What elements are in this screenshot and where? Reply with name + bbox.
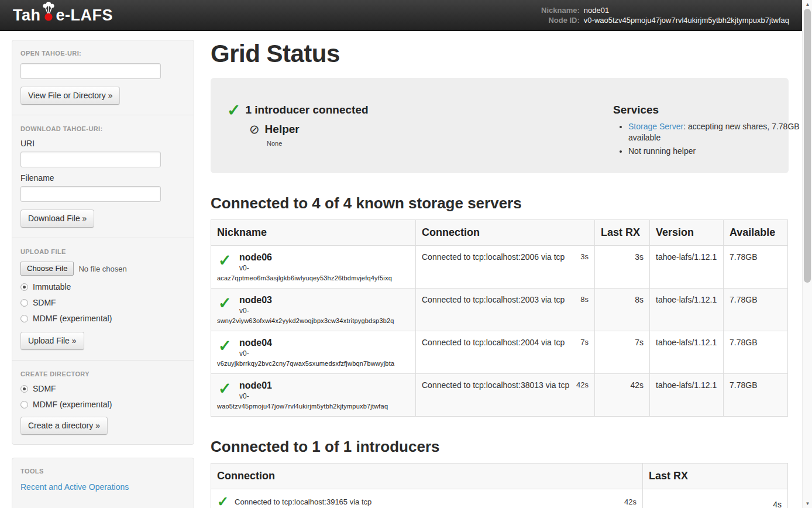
connection-age: 7s — [580, 338, 589, 347]
nickname-value: node01 — [584, 6, 789, 15]
services-block: Services Storage Server: accepting new s… — [613, 104, 806, 173]
radio-sdmf-upload-label: SDMF — [33, 298, 56, 307]
connected-check-icon: ✓ — [217, 496, 229, 507]
col-connection: Connection — [416, 220, 595, 246]
server-id-hash: wao5tzv45pmoju47jow7rvl4ukirjm5ytbh2kjty… — [217, 403, 410, 410]
col-version: Version — [650, 220, 724, 246]
page-title: Grid Status — [211, 40, 789, 68]
connection-age: 42s — [576, 380, 589, 390]
download-filename-input[interactable] — [20, 186, 161, 202]
sidebar: OPEN TAHOE-URI: View File or Directory »… — [12, 40, 194, 508]
introducer-last-rx: 4s — [643, 489, 788, 508]
server-available: 7.78GB — [724, 246, 788, 289]
create-directory-section: CREATE DIRECTORY SDMF MDMF (experimental… — [20, 370, 185, 435]
server-available: 7.78GB — [724, 331, 788, 374]
download-file-button[interactable]: Download File » — [20, 210, 94, 228]
server-id-prefix: v0- — [239, 264, 410, 272]
server-connection: Connected to tcp:localhost:2004 via tcp — [422, 338, 565, 347]
choose-file-button[interactable]: Choose File — [20, 262, 74, 276]
download-uri-input[interactable] — [20, 152, 161, 167]
server-nickname: node06 — [239, 252, 410, 263]
radio-immutable[interactable]: Immutable — [20, 282, 185, 291]
page: Tah e-LAFS Nickname: node01 Node ID: v0-… — [0, 0, 812, 508]
logo-text-prefix: Tah — [13, 6, 41, 25]
radio-mdmf-upload[interactable]: MDMF (experimental) — [20, 314, 185, 323]
radio-dot-icon — [20, 315, 28, 322]
radio-mdmf-dir[interactable]: MDMF (experimental) — [20, 400, 185, 409]
server-version: tahoe-lafs/1.12.1 — [650, 289, 724, 331]
server-available: 7.78GB — [724, 289, 788, 331]
col-nickname: Nickname — [211, 220, 416, 246]
storage-server-row: ✓ node06 v0- acaz7qptmeo6m3asjlgkb6iwlyu… — [211, 246, 788, 289]
recent-operations-link[interactable]: Recent and Active Operations — [20, 482, 129, 492]
server-id-prefix: v0- — [239, 307, 410, 315]
tools-panel: TOOLS Recent and Active Operations — [12, 458, 194, 508]
storage-server-row: ✓ node03 v0- swny2viyw63ofxwi4x2yykd2woq… — [211, 289, 788, 331]
radio-sdmf-upload[interactable]: SDMF — [20, 298, 185, 307]
scroll-down-arrow-icon[interactable]: ▼ — [803, 499, 812, 508]
grid-summary-panel: ✓ 1 introducer connected ⊘ Helper None S… — [211, 78, 789, 173]
divider — [12, 238, 194, 238]
upload-file-button[interactable]: Upload File » — [20, 332, 84, 350]
server-last-rx: 42s — [595, 374, 650, 417]
server-id-prefix: v0- — [239, 349, 410, 358]
radio-sdmf-dir[interactable]: SDMF — [20, 384, 185, 393]
upload-file-section: UPLOAD FILE Choose File No file chosen I… — [20, 248, 185, 350]
storage-server-row: ✓ node04 v0- v6zuyjkbrrkqy2bvc2cny7qwax5… — [211, 331, 788, 374]
radio-dot-icon — [20, 299, 28, 307]
divider — [12, 360, 194, 361]
server-version: tahoe-lafs/1.12.1 — [650, 246, 724, 289]
server-id-prefix: v0- — [239, 392, 410, 400]
header-bar: Tah e-LAFS Nickname: node01 Node ID: v0-… — [0, 0, 802, 31]
scroll-up-arrow-icon[interactable]: ▲ — [803, 0, 812, 9]
introducer-connection: Connected to tcp:localhost:39165 via tcp — [235, 497, 620, 506]
col-last-rx: Last RX — [643, 464, 788, 489]
server-nickname: node03 — [239, 295, 410, 306]
radio-sdmf-dir-label: SDMF — [33, 384, 56, 393]
service-storage-item: Storage Server: accepting new shares, 7.… — [628, 121, 806, 143]
storage-table-header-row: Nickname Connection Last RX Version Avai… — [211, 220, 788, 246]
server-connection: Connected to tcp:localhost:38013 via tcp — [422, 380, 569, 390]
storage-servers-table: Nickname Connection Last RX Version Avai… — [211, 219, 788, 417]
server-id-hash: acaz7qptmeo6m3asjlgkb6iwlyuqey53hz26tbdm… — [217, 274, 410, 282]
introducer-row: ✓ Connected to tcp:localhost:39165 via t… — [211, 489, 788, 508]
introducer-status-text: 1 introducer connected — [245, 104, 368, 116]
server-connection: Connected to tcp:localhost:2006 via tcp — [422, 252, 565, 262]
view-file-button[interactable]: View File or Directory » — [20, 87, 120, 105]
radio-dot-icon — [20, 283, 28, 291]
logo-text-suffix: e-LAFS — [56, 6, 113, 25]
server-last-rx: 8s — [595, 289, 650, 331]
scrollbar-thumb[interactable] — [804, 9, 811, 283]
upload-file-heading: UPLOAD FILE — [20, 248, 185, 255]
main-content: Grid Status ✓ 1 introducer connected ⊘ H… — [211, 40, 789, 508]
server-available: 7.78GB — [724, 374, 788, 417]
storage-server-link[interactable]: Storage Server — [628, 122, 683, 131]
services-heading: Services — [613, 104, 806, 116]
helper-value: None — [267, 140, 613, 147]
summary-status-block: ✓ 1 introducer connected ⊘ Helper None — [227, 104, 613, 173]
create-directory-button[interactable]: Create a directory » — [20, 417, 108, 435]
connected-check-icon: ✓ — [218, 338, 232, 353]
col-available: Available — [724, 220, 788, 246]
download-uri-heading: DOWNLOAD TAHOE-URI: — [20, 125, 185, 132]
sidebar-controls-panel: OPEN TAHOE-URI: View File or Directory »… — [12, 40, 194, 445]
connection-age: 42s — [624, 497, 636, 506]
radio-mdmf-upload-label: MDMF (experimental) — [33, 314, 112, 323]
scrollbar[interactable]: ▲ ▼ — [802, 0, 812, 508]
download-uri-section: DOWNLOAD TAHOE-URI: URI Filename Downloa… — [20, 125, 185, 228]
filename-field-label: Filename — [20, 173, 185, 183]
app-logo[interactable]: Tah e-LAFS — [13, 6, 113, 25]
create-directory-heading: CREATE DIRECTORY — [20, 370, 185, 377]
open-uri-heading: OPEN TAHOE-URI: — [20, 50, 185, 57]
content-area: OPEN TAHOE-URI: View File or Directory »… — [0, 31, 812, 508]
introducers-table-header-row: Connection Last RX — [211, 464, 788, 489]
tahoe-tree-icon — [42, 1, 56, 22]
open-uri-input[interactable] — [20, 63, 161, 79]
col-connection: Connection — [211, 464, 643, 489]
radio-mdmf-dir-label: MDMF (experimental) — [33, 400, 112, 409]
col-last-rx: Last RX — [595, 220, 650, 246]
server-last-rx: 3s — [595, 246, 650, 289]
node-id-value: v0-wao5tzv45pmoju47jow7rvl4ukirjm5ytbh2k… — [584, 16, 789, 25]
server-id-hash: swny2viyw63ofxwi4x2yykd2woqjbpx3cw34xtri… — [217, 317, 410, 324]
connected-check-icon: ✓ — [218, 296, 232, 311]
